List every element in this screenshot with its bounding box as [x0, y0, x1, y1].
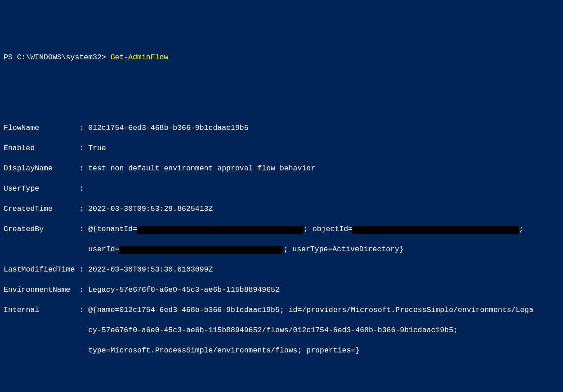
- enabled-value: True: [88, 144, 106, 152]
- flowname-value: 012c1754-6ed3-468b-b366-9b1cdaac19b5: [88, 124, 248, 132]
- redacted-objectid: [353, 226, 519, 234]
- command: Get-AdminFlow: [111, 53, 169, 62]
- flowname-row: FlowName : 012c1754-6ed3-468b-b366-9b1cd…: [4, 123, 559, 134]
- createdby-cont-row: userId=; userType=ActiveDirectory}: [4, 245, 559, 255]
- lastmodifiedtime-row: LastModifiedTime : 2022-03-30T09:53:30.6…: [4, 265, 559, 275]
- createdtime-value: 2022-03-30T09:53:29.8625413Z: [88, 205, 213, 213]
- environmentname-row: EnvironmentName : Legacy-57e676f0-a6e0-4…: [4, 285, 559, 295]
- createdby-row: CreatedBy : @{tenantId=; objectId=;: [4, 224, 559, 235]
- lastmodifiedtime-value: 2022-03-30T09:53:30.6103099Z: [88, 265, 213, 274]
- internal-cont-row: type=Microsoft.ProcessSimple/environment…: [4, 346, 559, 356]
- blank-line: [4, 73, 559, 83]
- terminal-output[interactable]: PS C:\WINDOWS\system32> Get-AdminFlow Fl…: [4, 42, 559, 392]
- internal-cont-row: cy-57e676f0-a6e0-45c3-ae6b-115b88949652/…: [4, 325, 559, 336]
- redacted-tenantid: [137, 226, 304, 234]
- blank-line: [4, 366, 559, 376]
- enabled-row: Enabled : True: [4, 143, 559, 154]
- displayname-row: DisplayName : test non default environme…: [4, 164, 559, 174]
- environmentname-value: Legacy-57e676f0-a6e0-45c3-ae6b-115b88949…: [88, 285, 280, 294]
- createdtime-row: CreatedTime : 2022-03-30T09:53:29.862541…: [4, 204, 559, 214]
- blank-line: [4, 93, 559, 103]
- internal-row: Internal : @{name=012c1754-6ed3-468b-b36…: [4, 305, 559, 316]
- prompt-line: PS C:\WINDOWS\system32> Get-AdminFlow: [4, 53, 559, 63]
- prompt: PS C:\WINDOWS\system32>: [4, 53, 111, 62]
- displayname-value: test non default environment approval fl…: [88, 164, 315, 173]
- redacted-userid: [119, 246, 283, 254]
- usertype-row: UserType :: [4, 184, 559, 194]
- internal-value: @{name=012c1754-6ed3-468b-b366-9b1cdaac1…: [88, 306, 533, 314]
